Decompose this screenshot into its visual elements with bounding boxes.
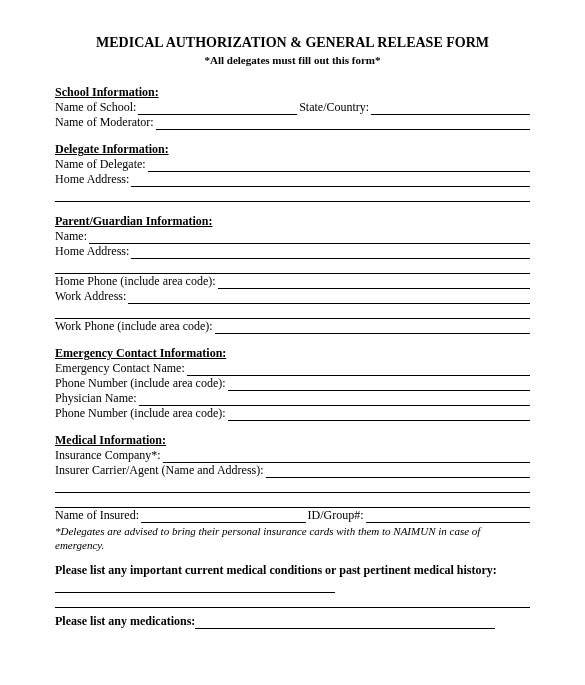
parent-homephone-row: Home Phone (include area code): bbox=[55, 274, 530, 289]
emergency-name-input[interactable] bbox=[187, 363, 530, 376]
state-input[interactable] bbox=[371, 102, 530, 115]
insured-input[interactable] bbox=[141, 510, 306, 523]
physician-label: Physician Name: bbox=[55, 391, 139, 406]
emergency-name-row: Emergency Contact Name: bbox=[55, 361, 530, 376]
delegate-address-row: Home Address: bbox=[55, 172, 530, 187]
emergency-phone2-label: Phone Number (include area code): bbox=[55, 406, 228, 421]
delegate-name-label: Name of Delegate: bbox=[55, 157, 148, 172]
carrier-line3[interactable] bbox=[55, 493, 530, 508]
school-name-label: Name of School: bbox=[55, 100, 138, 115]
physician-row: Physician Name: bbox=[55, 391, 530, 406]
form-title: MEDICAL AUTHORIZATION & GENERAL RELEASE … bbox=[55, 34, 530, 52]
emergency-name-label: Emergency Contact Name: bbox=[55, 361, 187, 376]
insurance-note: *Delegates are advised to bring their pe… bbox=[55, 525, 530, 553]
insurance-row: Insurance Company*: bbox=[55, 448, 530, 463]
delegate-name-row: Name of Delegate: bbox=[55, 157, 530, 172]
medical-header: Medical Information: bbox=[55, 433, 530, 448]
group-input[interactable] bbox=[366, 510, 531, 523]
insured-label: Name of Insured: bbox=[55, 508, 141, 523]
conditions-question: Please list any important current medica… bbox=[55, 563, 530, 593]
parent-workphone-label: Work Phone (include area code): bbox=[55, 319, 215, 334]
school-header: School Information: bbox=[55, 85, 530, 100]
physician-input[interactable] bbox=[139, 393, 530, 406]
medications-question: Please list any medications: bbox=[55, 614, 530, 629]
conditions-label: Please list any important current medica… bbox=[55, 563, 497, 577]
insurance-label: Insurance Company*: bbox=[55, 448, 163, 463]
parent-workaddress-line2[interactable] bbox=[55, 304, 530, 319]
form-subtitle: *All delegates must fill out this form* bbox=[55, 54, 530, 68]
parent-workphone-row: Work Phone (include area code): bbox=[55, 319, 530, 334]
insurance-input[interactable] bbox=[163, 450, 530, 463]
delegate-name-input[interactable] bbox=[148, 159, 530, 172]
emergency-phone2-input[interactable] bbox=[228, 408, 530, 421]
parent-homephone-input[interactable] bbox=[218, 276, 530, 289]
insured-row: Name of Insured: ID/Group#: bbox=[55, 508, 530, 523]
carrier-label: Insurer Carrier/Agent (Name and Address)… bbox=[55, 463, 266, 478]
emergency-phone1-input[interactable] bbox=[228, 378, 530, 391]
parent-header: Parent/Guardian Information: bbox=[55, 214, 530, 229]
parent-workaddress-row: Work Address: bbox=[55, 289, 530, 304]
delegate-address-input[interactable] bbox=[131, 174, 530, 187]
state-label: State/Country: bbox=[297, 100, 371, 115]
parent-name-label: Name: bbox=[55, 229, 89, 244]
moderator-input[interactable] bbox=[156, 117, 530, 130]
carrier-line2[interactable] bbox=[55, 478, 530, 493]
medications-input-inline[interactable] bbox=[195, 616, 495, 629]
emergency-header: Emergency Contact Information: bbox=[55, 346, 530, 361]
conditions-line2[interactable] bbox=[55, 593, 530, 608]
form-page: MEDICAL AUTHORIZATION & GENERAL RELEASE … bbox=[0, 0, 585, 649]
school-name-input[interactable] bbox=[138, 102, 297, 115]
group-label: ID/Group#: bbox=[306, 508, 366, 523]
parent-address-input[interactable] bbox=[131, 246, 530, 259]
carrier-input[interactable] bbox=[266, 465, 530, 478]
parent-address-row: Home Address: bbox=[55, 244, 530, 259]
parent-homephone-label: Home Phone (include area code): bbox=[55, 274, 218, 289]
moderator-label: Name of Moderator: bbox=[55, 115, 156, 130]
moderator-row: Name of Moderator: bbox=[55, 115, 530, 130]
emergency-phone1-label: Phone Number (include area code): bbox=[55, 376, 228, 391]
parent-workphone-input[interactable] bbox=[215, 321, 530, 334]
emergency-phone2-row: Phone Number (include area code): bbox=[55, 406, 530, 421]
conditions-input-inline[interactable] bbox=[55, 580, 335, 593]
parent-name-input[interactable] bbox=[89, 231, 530, 244]
parent-address-label: Home Address: bbox=[55, 244, 131, 259]
delegate-address-line2[interactable] bbox=[55, 187, 530, 202]
school-name-row: Name of School: State/Country: bbox=[55, 100, 530, 115]
parent-address-line2[interactable] bbox=[55, 259, 530, 274]
medications-label: Please list any medications: bbox=[55, 614, 195, 628]
parent-workaddress-label: Work Address: bbox=[55, 289, 128, 304]
delegate-header: Delegate Information: bbox=[55, 142, 530, 157]
carrier-row: Insurer Carrier/Agent (Name and Address)… bbox=[55, 463, 530, 478]
delegate-address-label: Home Address: bbox=[55, 172, 131, 187]
parent-workaddress-input[interactable] bbox=[128, 291, 530, 304]
emergency-phone1-row: Phone Number (include area code): bbox=[55, 376, 530, 391]
parent-name-row: Name: bbox=[55, 229, 530, 244]
